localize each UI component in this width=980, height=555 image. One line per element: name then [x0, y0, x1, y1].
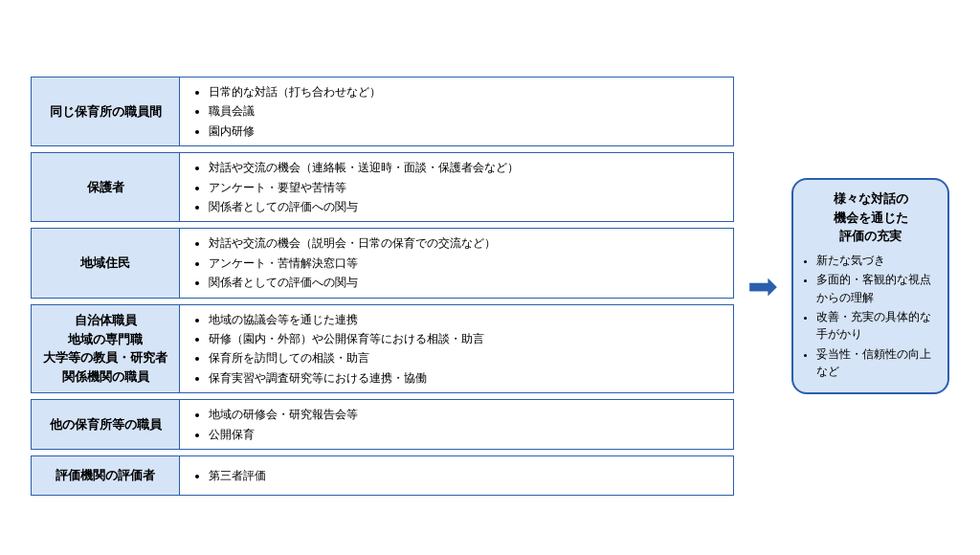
row-evaluator-content: 第三者評価 — [180, 456, 733, 495]
list-item: 園内研修 — [209, 122, 724, 141]
row-community-list: 対話や交流の機会（説明会・日常の保育での交流など）アンケート・苦情解決窓口等関係… — [195, 233, 724, 292]
list-item: 対話や交流の機会（説明会・日常の保育での交流など） — [209, 233, 724, 253]
row-other-content: 地域の研修会・研究報告会等公開保育 — [180, 400, 733, 449]
list-item: 関係者としての評価への関与 — [209, 273, 724, 292]
row-evaluator: 評価機関の評価者第三者評価 — [31, 455, 734, 496]
list-item: 地域の研修会・研究報告会等 — [209, 405, 724, 424]
right-box-title: 様々な対話の機会を通じた評価の充実 — [803, 189, 938, 246]
list-item: 保育実習や調査研究等における連携・協働 — [209, 368, 724, 388]
list-item: 対話や交流の機会（連絡帳・送迎時・面談・保護者会など） — [209, 158, 724, 177]
list-item: 研修（園内・外部）や公開保育等における相談・助言 — [209, 329, 724, 348]
row-community-label: 地域住民 — [32, 229, 180, 297]
row-community: 地域住民対話や交流の機会（説明会・日常の保育での交流など）アンケート・苦情解決窓… — [31, 228, 734, 298]
list-item: 関係者としての評価への関与 — [209, 197, 724, 216]
row-expert-label: 自治体職員地域の専門職大学等の教員・研究者関係機関の職員 — [32, 305, 180, 393]
list-item: 多面的・客観的な視点からの理解 — [816, 271, 938, 306]
list-item: 妥当性・信頼性の向上 など — [816, 345, 938, 381]
row-other: 他の保育所等の職員地域の研修会・研究報告会等公開保育 — [31, 399, 734, 450]
list-item: アンケート・要望や苦情等 — [209, 178, 724, 197]
row-expert-list: 地域の協議会等を通じた連携研修（園内・外部）や公開保育等における相談・助言保育所… — [195, 310, 724, 388]
list-item: 改善・充実の具体的な手がかり — [816, 308, 938, 344]
row-other-list: 地域の研修会・研究報告会等公開保育 — [195, 405, 724, 444]
list-item: 地域の協議会等を通じた連携 — [209, 310, 724, 329]
list-item: 保育所を訪問しての相談・助言 — [209, 348, 724, 367]
arrow-icon: ➡ — [747, 268, 778, 304]
main-layout: 同じ保育所の職員間日常的な対話（打ち合わせなど）職員会議園内研修保護者対話や交流… — [31, 77, 949, 496]
row-staff-list: 日常的な対話（打ち合わせなど）職員会議園内研修 — [195, 82, 724, 141]
row-evaluator-label: 評価機関の評価者 — [32, 456, 180, 495]
row-community-content: 対話や交流の機会（説明会・日常の保育での交流など）アンケート・苦情解決窓口等関係… — [180, 229, 733, 297]
row-evaluator-list: 第三者評価 — [195, 466, 724, 485]
list-item: 新たな気づき — [816, 252, 938, 269]
list-item: 職員会議 — [209, 101, 724, 121]
row-guardian-label: 保護者 — [32, 153, 180, 221]
row-staff: 同じ保育所の職員間日常的な対話（打ち合わせなど）職員会議園内研修 — [31, 77, 734, 146]
list-item: 日常的な対話（打ち合わせなど） — [209, 82, 724, 101]
arrow-section: ➡ — [744, 268, 782, 304]
row-other-label: 他の保育所等の職員 — [32, 400, 180, 449]
row-guardian-list: 対話や交流の機会（連絡帳・送迎時・面談・保護者会など）アンケート・要望や苦情等関… — [195, 158, 724, 216]
row-staff-label: 同じ保育所の職員間 — [32, 78, 180, 145]
left-section: 同じ保育所の職員間日常的な対話（打ち合わせなど）職員会議園内研修保護者対話や交流… — [31, 77, 734, 496]
row-guardian: 保護者対話や交流の機会（連絡帳・送迎時・面談・保護者会など）アンケート・要望や苦… — [31, 152, 734, 222]
row-expert: 自治体職員地域の専門職大学等の教員・研究者関係機関の職員地域の協議会等を通じた連… — [31, 304, 734, 394]
row-guardian-content: 対話や交流の機会（連絡帳・送迎時・面談・保護者会など）アンケート・要望や苦情等関… — [180, 153, 733, 221]
right-box: 様々な対話の機会を通じた評価の充実新たな気づき多面的・客観的な視点からの理解改善… — [791, 178, 949, 393]
right-box-list: 新たな気づき多面的・客観的な視点からの理解改善・充実の具体的な手がかり妥当性・信… — [803, 252, 938, 381]
row-expert-content: 地域の協議会等を通じた連携研修（園内・外部）や公開保育等における相談・助言保育所… — [180, 305, 733, 393]
list-item: アンケート・苦情解決窓口等 — [209, 254, 724, 273]
page: 同じ保育所の職員間日常的な対話（打ち合わせなど）職員会議園内研修保護者対話や交流… — [11, 44, 969, 511]
list-item: 第三者評価 — [209, 466, 724, 485]
row-staff-content: 日常的な対話（打ち合わせなど）職員会議園内研修 — [180, 78, 733, 145]
list-item: 公開保育 — [209, 425, 724, 444]
